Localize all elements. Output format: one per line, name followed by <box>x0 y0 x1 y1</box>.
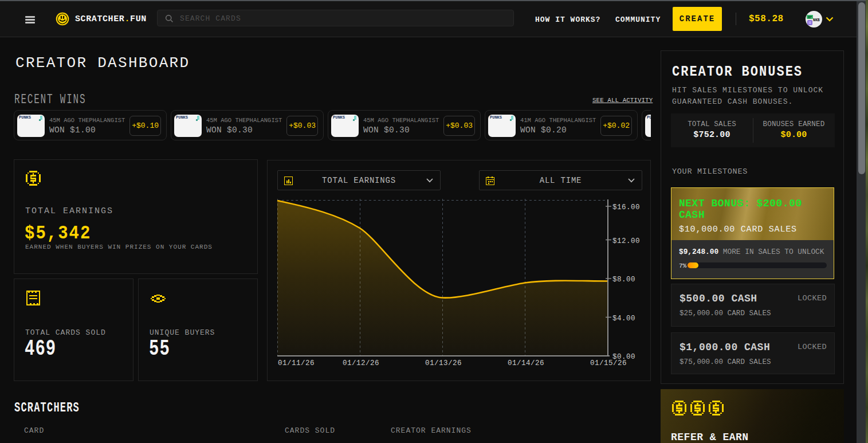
svg-text:$4.00: $4.00 <box>612 315 635 323</box>
svg-text:$12.00: $12.00 <box>612 237 640 245</box>
svg-text:01/15/26: 01/15/26 <box>590 359 627 367</box>
svg-text:01/13/26: 01/13/26 <box>425 359 462 367</box>
svg-text:$8.00: $8.00 <box>612 276 635 284</box>
svg-text:01/12/26: 01/12/26 <box>343 359 379 367</box>
svg-text:01/11/26: 01/11/26 <box>278 359 315 367</box>
svg-text:$16.00: $16.00 <box>612 203 640 211</box>
svg-text:01/14/26: 01/14/26 <box>508 359 544 367</box>
svg-text:NKB: NKB <box>813 18 820 22</box>
